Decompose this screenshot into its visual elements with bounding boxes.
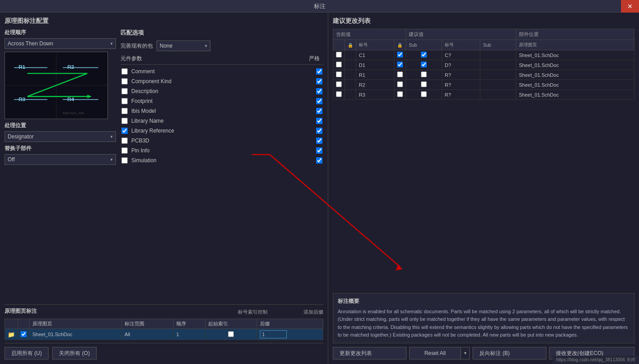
param-check-description[interactable]: [121, 88, 128, 94]
param-row-comment: Comment: [121, 67, 323, 76]
td-page-c1: Sheet_01.SchDoc: [516, 50, 635, 60]
td-sub1-r3: [406, 90, 442, 100]
param-strict-description[interactable]: [316, 88, 322, 94]
start-index-input[interactable]: [260, 330, 287, 338]
reverse-annotation-button[interactable]: 反向标注 (B): [473, 347, 546, 360]
row-check-r3[interactable]: [336, 91, 342, 97]
param-check-component-kind[interactable]: [121, 78, 128, 84]
index-check[interactable]: [228, 331, 234, 337]
row-check-r2[interactable]: [336, 81, 342, 87]
processing-position-select[interactable]: Designator Part Net: [4, 131, 116, 142]
reset-all-dropdown-arrow[interactable]: ▼: [460, 347, 469, 359]
summary-text: Annotation is enabled for all schematic …: [338, 308, 630, 339]
suggestions-table: 当前值 建议值 部件位置 🔒 标号 🔒 Sub 标号 Sub 原理图页: [333, 29, 635, 100]
th-folder: [5, 319, 18, 329]
td-lock1-r2: [345, 80, 356, 90]
param-check-simulation[interactable]: [121, 157, 128, 164]
td-lock1-d1: [345, 60, 356, 70]
left-panel: 原理图标注配置 处理顺序 Across Then Down Down Then …: [0, 13, 328, 364]
th-schematic-page: 原理图页: [516, 40, 635, 50]
td-des1-r1: R1: [356, 70, 394, 80]
replace-subparts-section: 替换子部件 Off On: [4, 145, 116, 165]
param-name-library-name: Library Name: [131, 118, 316, 124]
sub1-check-r2[interactable]: [421, 81, 427, 87]
th-sub2: Sub: [480, 40, 516, 50]
schematic-annotation-table: 原理图页 标注范围 顺序 起始索引 后缀 📁 Sheet_01.SchDoc A…: [4, 319, 323, 340]
param-name-comment: Comment: [131, 68, 316, 75]
param-strict-ibis[interactable]: [316, 108, 322, 114]
row-check-r1[interactable]: [336, 71, 342, 77]
row-check-d1[interactable]: [336, 62, 342, 67]
td-sub1-r1: [406, 70, 442, 80]
param-row-pcb3d: PCB3D: [121, 136, 323, 146]
param-check-ibis[interactable]: [121, 108, 128, 114]
row-check-c1[interactable]: [336, 52, 342, 58]
sub1-check-r3[interactable]: [421, 91, 427, 97]
svg-text:R2: R2: [67, 64, 75, 70]
reset-all-group: Reset All ▼: [409, 347, 470, 360]
table-header-row: 原理图页 标注范围 顺序 起始索引 后缀: [5, 319, 323, 329]
td-page-r1: Sheet_01.SchDoc: [516, 70, 635, 80]
param-strict-pin-info[interactable]: [316, 147, 322, 154]
row-check[interactable]: [21, 331, 27, 337]
reset-all-button[interactable]: Reset All: [410, 347, 461, 359]
replace-subparts-select[interactable]: Off On: [4, 154, 116, 165]
param-row-ibis: Ibis Model: [121, 106, 323, 116]
param-strict-library-ref[interactable]: [316, 128, 322, 134]
td-lock2-r2: [394, 80, 406, 90]
param-strict-pcb3d[interactable]: [316, 138, 322, 144]
lock-check-r2[interactable]: [397, 81, 403, 87]
schematic-annotation-header: 原理图页标注 标号索引控制 添加后缀: [4, 307, 323, 317]
lock-check-d1[interactable]: [397, 62, 403, 67]
right-panel: 建议更改列表 当前值 建议值 部件位置 🔒 标号 🔒 Sub: [328, 13, 639, 364]
table-row: 📁 Sheet_01.SchDoc All 1: [5, 329, 323, 340]
td-sub1-c1: [406, 50, 442, 60]
add-suffix-label: 添加后缀: [304, 309, 323, 315]
svg-text:R1: R1: [18, 64, 26, 70]
params-list: Comment Component Kind Description: [121, 67, 323, 165]
dialog-title: 标注: [314, 2, 326, 10]
close-button[interactable]: ✕: [621, 0, 639, 13]
update-list-button[interactable]: 更新更改列表: [333, 347, 407, 360]
left-footer-buttons: 启用所有 (U) 关闭所有 (O): [4, 343, 323, 360]
param-name-library-ref: Library Reference: [131, 128, 316, 134]
lock-check-c1[interactable]: [397, 52, 403, 58]
param-strict-footprint[interactable]: [316, 98, 322, 104]
param-check-footprint[interactable]: [121, 98, 128, 104]
param-row-library-ref: Library Reference: [121, 126, 323, 136]
th-lock1: 🔒: [345, 40, 356, 50]
td-row-check: [333, 80, 345, 90]
existing-packages-select[interactable]: None All Current: [156, 40, 210, 51]
th-checkbox: [18, 319, 30, 329]
processing-order-section: 处理顺序 Across Then Down Down Then Across U…: [4, 29, 116, 119]
param-name-component-kind: Component Kind: [131, 78, 316, 84]
param-check-library-name[interactable]: [121, 118, 128, 124]
processing-order-select[interactable]: Across Then Down Down Then Across Up The…: [4, 38, 116, 49]
sub1-check-c1[interactable]: [421, 52, 427, 58]
td-lock2-r3: [394, 90, 406, 100]
param-check-pcb3d[interactable]: [121, 138, 128, 144]
param-row-simulation: Simulation: [121, 155, 323, 165]
param-check-pin-info[interactable]: [121, 147, 128, 154]
param-check-comment[interactable]: [121, 68, 128, 75]
svg-text:R3: R3: [18, 96, 26, 102]
sub1-check-d1[interactable]: [421, 62, 427, 67]
param-strict-library-name[interactable]: [316, 118, 322, 124]
svg-text:MyCisco_sdk: MyCisco_sdk: [63, 111, 84, 115]
lock-check-r1[interactable]: [397, 71, 403, 77]
param-strict-component-kind[interactable]: [316, 78, 322, 84]
lock-check-r3[interactable]: [397, 91, 403, 97]
sub1-check-r1[interactable]: [421, 71, 427, 77]
param-strict-comment[interactable]: [316, 68, 322, 75]
disable-all-button[interactable]: 关闭所有 (O): [52, 347, 97, 360]
enable-all-button[interactable]: 启用所有 (U): [4, 347, 49, 360]
td-des2-d1: D?: [442, 60, 480, 70]
param-strict-simulation[interactable]: [316, 157, 322, 164]
td-page-r2: Sheet_01.SchDoc: [516, 80, 635, 90]
param-check-library-ref[interactable]: [121, 128, 128, 134]
params-header-label: 元件参数: [121, 55, 309, 62]
param-name-footprint: Footprint: [131, 98, 316, 104]
td-des2-r1: R?: [442, 70, 480, 80]
index-control-label-group: 标号索引控制 添加后缀: [238, 309, 323, 315]
param-row-description: Description: [121, 86, 323, 96]
